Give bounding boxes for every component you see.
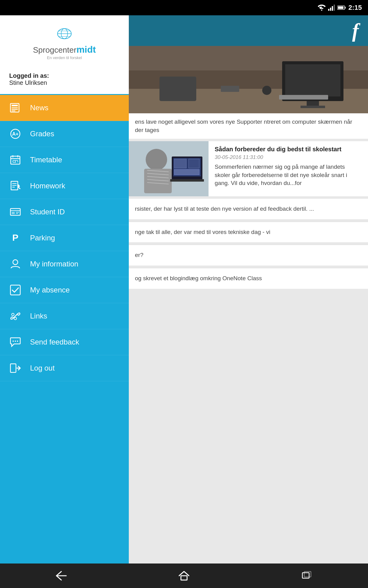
sidebar-item-homework-label: Homework: [30, 182, 65, 190]
svg-rect-55: [307, 101, 319, 106]
svg-point-60: [262, 86, 271, 95]
facebook-icon[interactable]: f: [352, 19, 359, 42]
svg-point-43: [14, 317, 17, 320]
content-header: f: [129, 15, 368, 46]
links-icon: [9, 310, 21, 322]
svg-point-44: [12, 313, 14, 316]
sidebar-item-my-absence[interactable]: My absence: [0, 277, 129, 303]
sidebar-item-timetable-label: Timetable: [30, 156, 62, 164]
svg-rect-74: [170, 179, 204, 182]
check-icon: [9, 284, 21, 296]
sidebar-item-parking[interactable]: P Parking: [0, 225, 129, 251]
user-info: Logged in as: Stine Ulriksen: [0, 69, 129, 95]
svg-rect-3: [334, 5, 335, 11]
sidebar-item-grades[interactable]: A+ Grades: [0, 121, 129, 147]
news-text-1: ens lave noget alligevel som vores nye S…: [129, 113, 368, 139]
news-item-2-content: Sådan forbereder du dig bedst til skoles…: [209, 141, 368, 196]
back-button[interactable]: [49, 567, 74, 585]
news-item-1[interactable]: ens lave noget alligevel som vores nye S…: [129, 46, 368, 139]
news-snippet-1: ens lave noget alligevel som vores nye S…: [135, 118, 362, 134]
svg-rect-5: [345, 7, 346, 9]
content-area: f: [129, 15, 368, 564]
svg-rect-78: [304, 571, 311, 577]
nav-menu: News A+ Grades: [0, 95, 129, 564]
calendar-icon: [9, 154, 21, 166]
svg-rect-59: [221, 86, 239, 92]
home-button[interactable]: [172, 567, 196, 585]
news-item-4[interactable]: nge tak til alle, der var med til vores …: [129, 222, 368, 243]
sidebar-item-send-feedback-label: Send feedback: [30, 338, 79, 346]
logged-in-username: Stine Ulriksen: [9, 79, 120, 86]
logo-container: Sprogcenter midt En verden til forskel: [33, 24, 96, 60]
svg-rect-36: [12, 212, 15, 214]
sidebar-item-student-id-label: Student ID: [30, 208, 65, 216]
status-bar: 2:15: [0, 0, 368, 15]
bottom-nav: [0, 564, 368, 588]
news-text-3: rsister, der har lyst til at teste den n…: [135, 205, 362, 213]
news-image-1: [129, 46, 368, 113]
svg-point-62: [146, 149, 167, 170]
globe-logo-icon: [55, 24, 74, 43]
svg-text:A+: A+: [12, 131, 19, 137]
wifi-icon: [318, 5, 326, 11]
sidebar-item-my-information[interactable]: My information: [0, 251, 129, 277]
newspaper-icon: [9, 102, 21, 114]
news-item-3[interactable]: rsister, der har lyst til at teste den n…: [129, 199, 368, 219]
sidebar-item-parking-label: Parking: [30, 234, 55, 242]
sidebar-item-timetable[interactable]: Timetable: [0, 147, 129, 173]
svg-rect-34: [10, 209, 20, 215]
sidebar-item-homework[interactable]: Homework: [0, 173, 129, 199]
sidebar-item-send-feedback[interactable]: Send feedback: [0, 329, 129, 355]
news-title-2: Sådan forbereder du dig bedst til skoles…: [215, 146, 362, 153]
news-item-2[interactable]: Sådan forbereder du dig bedst til skoles…: [129, 141, 368, 196]
svg-rect-13: [12, 105, 18, 106]
logo-sprogcenter: Sprogcenter: [33, 45, 77, 55]
status-time: 2:15: [348, 4, 362, 12]
battery-icon: [337, 5, 346, 10]
svg-point-40: [13, 260, 18, 265]
screen-content: Sprogcenter midt En verden til forskel L…: [0, 15, 368, 564]
sidebar-item-news-label: News: [30, 104, 48, 112]
news-body-2: Sommerferien nærmer sig og på mange af l…: [215, 163, 362, 187]
svg-point-46: [15, 341, 16, 342]
news-text-5: er?: [135, 251, 362, 259]
svg-rect-57: [279, 95, 328, 100]
svg-rect-6: [338, 6, 343, 9]
signal-icon: [328, 5, 335, 11]
logo-area: Sprogcenter midt En verden til forskel: [0, 15, 129, 69]
svg-text:P: P: [12, 232, 18, 243]
person-icon: [9, 258, 21, 270]
svg-rect-58: [159, 77, 196, 101]
sidebar-item-log-out[interactable]: Log out: [0, 355, 129, 381]
sidebar-item-grades-label: Grades: [30, 130, 54, 138]
card-icon: [9, 206, 21, 218]
sidebar-item-my-absence-label: My absence: [30, 286, 70, 294]
sidebar-item-news[interactable]: News: [0, 95, 129, 121]
svg-rect-1: [330, 8, 331, 11]
svg-point-45: [13, 341, 14, 342]
sidebar-item-student-id[interactable]: Student ID: [0, 199, 129, 225]
homework-icon: [9, 180, 21, 192]
sidebar-item-links[interactable]: Links: [0, 303, 129, 329]
sidebar: Sprogcenter midt En verden til forskel L…: [0, 15, 129, 564]
recent-apps-button[interactable]: [294, 567, 319, 585]
logo-tagline: En verden til forskel: [47, 55, 82, 60]
news-date-2: 30-05-2016 11:31:00: [215, 154, 362, 160]
svg-rect-19: [11, 156, 20, 164]
news-item-2-row: Sådan forbereder du dig bedst til skoles…: [129, 141, 368, 196]
sidebar-item-log-out-label: Log out: [30, 364, 55, 372]
chat-icon: [9, 336, 21, 348]
svg-rect-73: [174, 169, 199, 175]
svg-point-47: [17, 341, 18, 342]
logged-in-label: Logged in as:: [9, 72, 120, 79]
news-text-6: og skrevet et blogindlæg omkring OneNote…: [135, 274, 362, 283]
news-item-5[interactable]: er?: [129, 245, 368, 266]
svg-rect-54: [285, 64, 340, 96]
svg-rect-72: [189, 159, 199, 168]
news-text-4: nge tak til alle, der var med til vores …: [135, 228, 362, 236]
news-item-6[interactable]: og skrevet et blogindlæg omkring OneNote…: [129, 268, 368, 289]
news-thumb-2: [129, 141, 209, 196]
svg-rect-77: [302, 573, 309, 578]
svg-rect-71: [174, 159, 186, 168]
status-icons: 2:15: [318, 4, 362, 12]
